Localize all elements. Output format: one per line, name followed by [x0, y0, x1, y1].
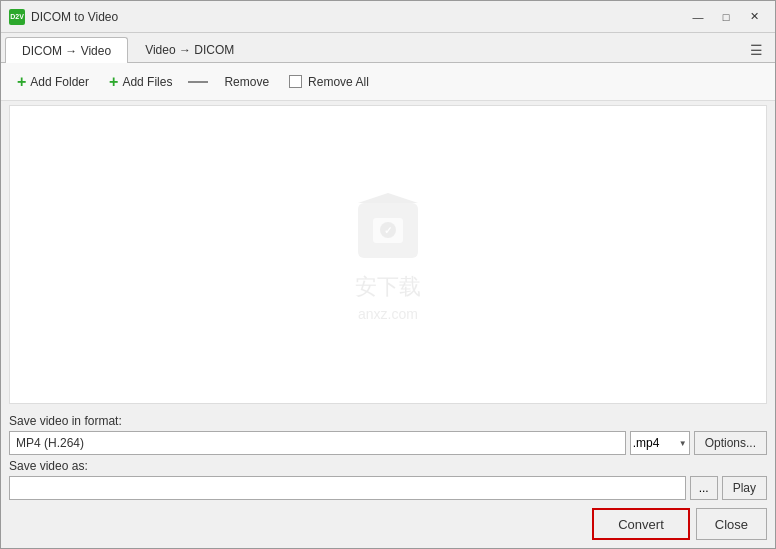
save-as-label: Save video as:: [9, 459, 767, 473]
minimize-button[interactable]: —: [685, 6, 711, 28]
bottom-panel: Save video in format: MP4 (H.264) .mp4 .…: [1, 408, 775, 548]
menu-button[interactable]: ☰: [742, 38, 771, 62]
plus-icon: +: [17, 74, 26, 90]
file-list-area: ✓ 安下载 anxz.com: [9, 105, 767, 404]
svg-text:✓: ✓: [384, 225, 392, 236]
plus-icon: +: [109, 74, 118, 90]
svg-point-3: [380, 222, 396, 238]
watermark-subtext: anxz.com: [358, 306, 418, 322]
save-as-input[interactable]: [9, 476, 686, 500]
watermark: ✓ 安下载 anxz.com: [348, 188, 428, 322]
format-row: MP4 (H.264) .mp4 .mov .avi .mkv Options.…: [9, 431, 767, 455]
close-button[interactable]: Close: [696, 508, 767, 540]
remove-all-checkbox: [289, 75, 302, 88]
ext-select[interactable]: .mp4 .mov .avi .mkv: [630, 431, 690, 455]
add-files-button[interactable]: + Add Files: [101, 71, 180, 93]
format-field: Save video in format: MP4 (H.264) .mp4 .…: [9, 414, 767, 455]
tab-video-to-dicom[interactable]: Video → DICOM: [128, 36, 251, 62]
browse-button[interactable]: ...: [690, 476, 718, 500]
save-as-row: ... Play: [9, 476, 767, 500]
watermark-text: 安下载: [355, 272, 421, 302]
ext-select-wrapper: .mp4 .mov .avi .mkv: [630, 431, 690, 455]
options-button[interactable]: Options...: [694, 431, 767, 455]
svg-rect-2: [373, 218, 403, 243]
main-window: D2V DICOM to Video — □ ✕ DICOM → Video V…: [0, 0, 776, 549]
window-controls: — □ ✕: [685, 6, 767, 28]
format-display: MP4 (H.264): [9, 431, 626, 455]
tab-dicom-to-video[interactable]: DICOM → Video: [5, 37, 128, 63]
app-icon: D2V: [9, 9, 25, 25]
save-as-field: Save video as: ... Play: [9, 459, 767, 500]
svg-rect-0: [358, 203, 418, 258]
convert-button[interactable]: Convert: [592, 508, 690, 540]
watermark-icon: ✓: [348, 188, 428, 268]
format-label: Save video in format:: [9, 414, 767, 428]
play-button[interactable]: Play: [722, 476, 767, 500]
close-window-button[interactable]: ✕: [741, 6, 767, 28]
remove-button[interactable]: Remove: [216, 72, 277, 92]
window-title: DICOM to Video: [31, 10, 685, 24]
remove-all-button[interactable]: Remove All: [281, 72, 377, 92]
add-folder-button[interactable]: + Add Folder: [9, 71, 97, 93]
toolbar: + Add Folder + Add Files Remove Remove A…: [1, 63, 775, 101]
title-bar: D2V DICOM to Video — □ ✕: [1, 1, 775, 33]
separator: [188, 81, 208, 83]
tab-bar: DICOM → Video Video → DICOM ☰: [1, 33, 775, 63]
maximize-button[interactable]: □: [713, 6, 739, 28]
action-row: Convert Close: [9, 508, 767, 540]
svg-marker-1: [358, 193, 418, 203]
